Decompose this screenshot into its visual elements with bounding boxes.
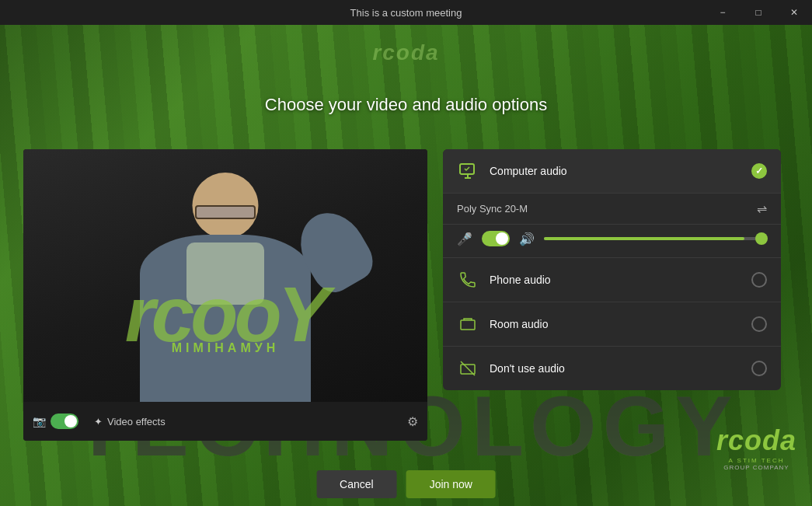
no-audio-radio[interactable] bbox=[751, 361, 767, 376]
video-effects-button[interactable]: ✦ Video effects bbox=[94, 416, 166, 427]
minimize-button[interactable]: − bbox=[705, 0, 741, 25]
choose-heading: Choose your video and audio options bbox=[265, 95, 547, 115]
volume-slider[interactable] bbox=[544, 237, 767, 240]
window-title: This is a custom meeting bbox=[350, 7, 462, 19]
video-controls-bar: 📷 ✦ Video effects ⚙ bbox=[23, 402, 427, 441]
camera-toggle-group[interactable]: 📷 bbox=[33, 414, 78, 429]
phone-audio-icon bbox=[457, 269, 479, 291]
camera-toggle-switch[interactable] bbox=[51, 414, 78, 429]
video-brand: rcooY МІМІНАМУН bbox=[125, 275, 326, 355]
title-bar: This is a custom meeting − □ ✕ bbox=[0, 0, 812, 25]
computer-audio-icon bbox=[457, 160, 479, 182]
bottom-actions: Cancel Join now bbox=[316, 470, 496, 498]
no-audio-option[interactable]: Don't use audio bbox=[443, 347, 781, 390]
volume-fill bbox=[544, 237, 744, 240]
video-effects-label: Video effects bbox=[107, 416, 166, 427]
background: rcoda Choose your video and audio option… bbox=[0, 25, 812, 506]
close-button[interactable]: ✕ bbox=[776, 0, 812, 25]
room-audio-option[interactable]: Room audio bbox=[443, 302, 781, 347]
svg-rect-1 bbox=[461, 320, 475, 330]
volume-handle[interactable] bbox=[755, 232, 768, 245]
join-now-button[interactable]: Join now bbox=[406, 470, 496, 498]
speaker-icon: 🔊 bbox=[519, 232, 535, 246]
window-controls: − □ ✕ bbox=[705, 0, 812, 25]
no-audio-icon bbox=[457, 358, 479, 379]
rcoda-sub1: A STIM TECH bbox=[716, 457, 796, 464]
device-row: Poly Sync 20-M ⇌ bbox=[443, 194, 781, 225]
sparkle-icon: ✦ bbox=[94, 416, 103, 427]
room-audio-radio[interactable] bbox=[751, 316, 767, 332]
cancel-button[interactable]: Cancel bbox=[316, 470, 397, 498]
room-audio-icon bbox=[457, 313, 479, 335]
video-settings-icon[interactable]: ⚙ bbox=[407, 414, 418, 429]
device-name: Poly Sync 20-M bbox=[457, 203, 757, 215]
phone-audio-radio[interactable] bbox=[751, 272, 767, 288]
rcoda-sub2: GROUP COMPANY bbox=[716, 464, 796, 471]
camera-icon: 📷 bbox=[33, 415, 46, 427]
rcoda-bottom-logo: rcoda A STIM TECH GROUP COMPANY bbox=[716, 424, 796, 471]
phone-audio-label: Phone audio bbox=[490, 274, 741, 286]
room-audio-label: Room audio bbox=[490, 318, 741, 330]
video-preview: rcooY МІМІНАМУН 📷 ✦ Video effects ⚙ bbox=[23, 149, 427, 441]
computer-audio-radio[interactable] bbox=[751, 163, 767, 179]
audio-options-panel: Computer audio Poly Sync 20-M ⇌ 🎤 🔊 bbox=[443, 149, 781, 390]
phone-audio-option[interactable]: Phone audio bbox=[443, 258, 781, 302]
maximize-button[interactable]: □ bbox=[741, 0, 776, 25]
rcoda-logo: rcoda bbox=[716, 424, 796, 457]
device-settings-icon[interactable]: ⇌ bbox=[757, 201, 767, 216]
computer-audio-option[interactable]: Computer audio bbox=[443, 149, 781, 194]
no-audio-label: Don't use audio bbox=[490, 362, 741, 375]
video-person-area: rcooY МІМІНАМУН bbox=[23, 149, 427, 402]
rcoda-top-logo: rcoda bbox=[372, 40, 439, 65]
mic-volume-row: 🎤 🔊 bbox=[443, 225, 781, 258]
computer-audio-label: Computer audio bbox=[490, 165, 741, 177]
mic-toggle-switch[interactable] bbox=[482, 231, 510, 246]
mic-icon: 🎤 bbox=[457, 232, 472, 246]
